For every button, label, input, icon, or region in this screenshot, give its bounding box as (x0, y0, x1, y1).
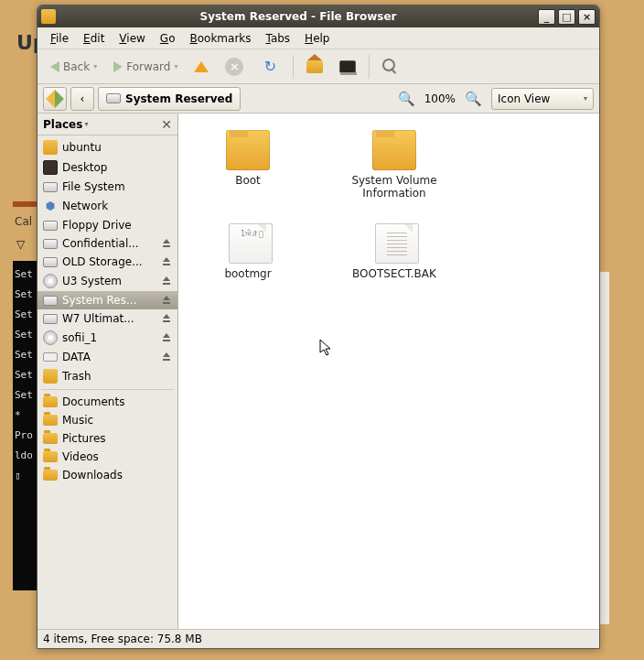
bookmark-item-3[interactable]: Videos (38, 448, 177, 466)
sidebar: Places ▾ ✕ ubuntuDesktopFile System⬢Netw… (38, 114, 178, 629)
sidebar-header[interactable]: Places ▾ ✕ (38, 114, 177, 135)
file-item-0[interactable]: Boot (189, 119, 306, 205)
separator (293, 55, 294, 79)
fold-icon (43, 433, 58, 444)
forward-button: Forward ▾ (108, 58, 183, 76)
eject-icon[interactable] (161, 332, 172, 343)
eject-icon[interactable] (161, 238, 172, 249)
bookmark-item-4[interactable]: Downloads (38, 466, 177, 484)
location-bar: ‹ System Reserved 🔍 100% 🔍 Icon View ▾ (38, 84, 599, 114)
bookmark-item-0[interactable]: Documents (38, 393, 177, 411)
disk-icon (43, 239, 58, 249)
file-item-3[interactable]: BOOTSECT.BAK (336, 218, 453, 286)
chevron-down-icon: ▾ (584, 94, 587, 103)
file-name: Boot (235, 174, 261, 187)
sidebar-item-label: DATA (62, 351, 156, 363)
sidebar-item-label: Desktop (62, 161, 172, 174)
disk-icon (43, 314, 58, 324)
bookmark-item-1[interactable]: Music (38, 411, 177, 429)
titlebar[interactable]: System Reserved - File Browser _ □ × (38, 5, 599, 27)
reload-button[interactable]: ↻ (254, 55, 285, 78)
eject-icon[interactable] (161, 313, 172, 324)
arrow-right-icon (113, 61, 123, 72)
file-name: BOOTSECT.BAK (352, 267, 436, 280)
zoom-controls: 🔍 100% 🔍 Icon View ▾ (398, 88, 594, 110)
home-icon (306, 60, 323, 73)
fold-icon (43, 470, 58, 481)
sidebar-item-1[interactable]: Desktop (38, 157, 177, 178)
bookmark-label: Documents (62, 395, 172, 408)
sidebar-item-label: U3 System (62, 275, 156, 287)
sidebar-item-10[interactable]: sofii_1 (38, 328, 177, 348)
minimize-button[interactable]: _ (538, 9, 555, 25)
window-title: System Reserved - File Browser (61, 10, 535, 23)
cd-icon (43, 330, 58, 345)
eject-icon[interactable] (161, 352, 172, 362)
sidebar-item-4[interactable]: Floppy Drive (38, 216, 177, 234)
file-item-1[interactable]: System Volume Information (336, 119, 453, 205)
menu-view[interactable]: View (113, 29, 150, 48)
zoom-level: 100% (424, 92, 456, 105)
search-button[interactable] (377, 56, 404, 78)
menu-edit[interactable]: Edit (78, 29, 110, 48)
bg-collapse-icon: ▽ (16, 238, 25, 251)
sidebar-item-2[interactable]: File System (38, 178, 177, 196)
net-icon: ⬢ (43, 199, 58, 213)
bookmark-item-2[interactable]: Pictures (38, 429, 177, 448)
home-button[interactable] (301, 58, 328, 76)
file-item-2[interactable]: bootmgr (189, 218, 306, 286)
edit-path-button[interactable] (43, 87, 67, 111)
file-view[interactable]: BootSystem Volume InformationbootmgrBOOT… (178, 114, 599, 629)
menu-help[interactable]: Help (299, 29, 335, 48)
sidebar-close-button[interactable]: ✕ (161, 117, 172, 132)
sidebar-item-3[interactable]: ⬢Network (38, 196, 177, 216)
file-name: bootmgr (224, 267, 271, 280)
sidebar-item-6[interactable]: OLD Storage... (38, 253, 177, 271)
forward-label: Forward (126, 60, 170, 73)
sidebar-item-label: Trash (62, 370, 172, 383)
zoom-out-button[interactable]: 🔍 (398, 91, 415, 107)
sidebar-item-12[interactable]: Trash (38, 366, 177, 386)
file-name: System Volume Information (338, 174, 451, 200)
menu-tabs[interactable]: Tabs (261, 29, 296, 48)
app-icon (41, 9, 56, 24)
sidebar-item-0[interactable]: ubuntu (38, 137, 177, 157)
disk-icon (43, 296, 58, 306)
menu-go[interactable]: Go (155, 29, 181, 48)
up-button[interactable] (188, 59, 214, 75)
disk-icon (106, 93, 121, 103)
path-label: System Reserved (125, 92, 232, 105)
computer-button[interactable] (334, 58, 361, 76)
sidebar-item-label: Network (62, 200, 172, 212)
menu-bookmarks[interactable]: Bookmarks (184, 29, 256, 48)
view-selector[interactable]: Icon View ▾ (491, 88, 594, 110)
eject-icon[interactable] (161, 276, 172, 287)
path-segment[interactable]: System Reserved (98, 87, 241, 111)
back-dropdown-icon[interactable]: ▾ (93, 62, 97, 70)
forward-dropdown-icon: ▾ (174, 62, 177, 70)
sidebar-item-11[interactable]: DATA (38, 348, 177, 366)
fold-icon (43, 396, 58, 407)
path-back-button[interactable]: ‹ (70, 87, 94, 111)
toolbar: Back ▾ Forward ▾ × ↻ (38, 49, 599, 84)
eject-icon[interactable] (161, 295, 172, 306)
desk-icon (43, 160, 58, 175)
menubar: FileEditViewGoBookmarksTabsHelp (38, 27, 599, 49)
sidebar-item-5[interactable]: Confidential... (38, 234, 177, 253)
close-button[interactable]: × (578, 9, 596, 25)
folder-icon (226, 130, 270, 170)
sidebar-item-8[interactable]: System Res... (38, 291, 177, 309)
zoom-in-button[interactable]: 🔍 (465, 91, 482, 107)
eject-icon[interactable] (161, 256, 172, 267)
disk-icon (43, 221, 58, 231)
sidebar-item-9[interactable]: W7 Ultimat... (38, 309, 177, 328)
menu-file[interactable]: File (45, 29, 74, 48)
back-button[interactable]: Back ▾ (45, 58, 102, 76)
bookmark-label: Music (62, 414, 172, 427)
sidebar-item-7[interactable]: U3 System (38, 271, 177, 291)
computer-icon (339, 60, 356, 73)
maximize-button[interactable]: □ (558, 9, 575, 25)
chevron-left-icon: ‹ (80, 92, 85, 105)
sidebar-item-label: OLD Storage... (62, 255, 156, 268)
fold-icon (43, 415, 58, 426)
